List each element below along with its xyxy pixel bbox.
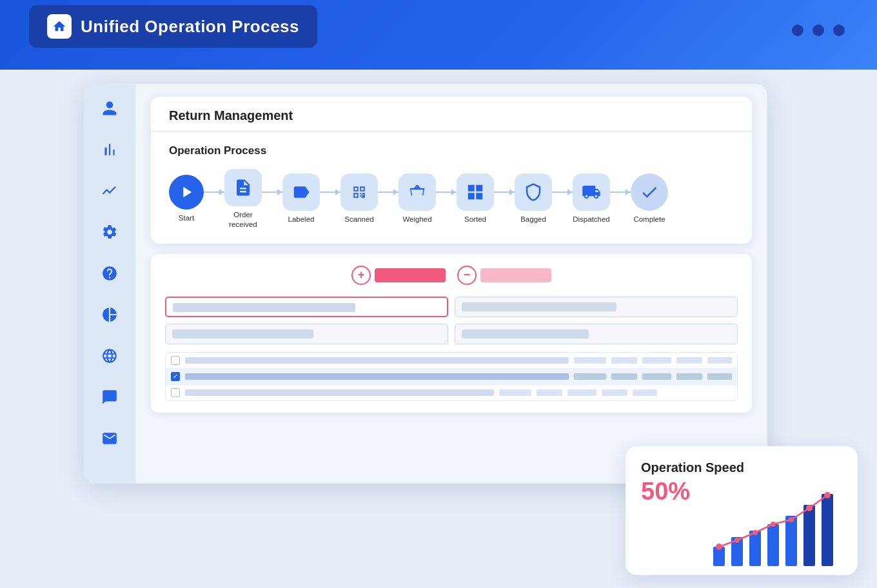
operation-process-panel: Operation Process Start xyxy=(151,132,752,244)
sidebar xyxy=(84,84,135,484)
arrow-5 xyxy=(436,191,457,193)
svg-point-13 xyxy=(824,492,831,498)
flow-step-complete: Complete xyxy=(631,173,668,224)
table-checkbox-2[interactable] xyxy=(171,372,180,381)
speed-card: Operation Speed 50% xyxy=(626,446,858,575)
return-management-title: Return Management xyxy=(151,97,752,132)
arrow-1 xyxy=(204,191,224,193)
start-icon xyxy=(169,175,204,210)
header-dots xyxy=(792,24,845,36)
speed-chart xyxy=(707,489,849,566)
arrow-2 xyxy=(262,191,282,193)
speed-title: Operation Speed xyxy=(641,460,842,475)
svg-point-8 xyxy=(734,538,740,543)
scanned-icon xyxy=(340,173,378,211)
svg-point-11 xyxy=(789,517,794,522)
dispatched-icon xyxy=(573,173,610,211)
remove-button[interactable]: − xyxy=(457,266,477,285)
sorted-icon xyxy=(457,173,494,211)
operation-process-title: Operation Process xyxy=(169,144,734,157)
weighed-label: Weighed xyxy=(402,215,431,224)
form-inputs xyxy=(165,297,738,344)
content-area: Return Management Operation Process Star… xyxy=(135,84,767,484)
svg-point-12 xyxy=(806,505,813,511)
sidebar-icon-globe[interactable] xyxy=(98,344,121,368)
arrow-3 xyxy=(320,191,340,193)
flow-steps: Start Orderreceived xyxy=(169,169,734,230)
form-input-1[interactable] xyxy=(165,297,448,317)
top-header: Unified Operation Process xyxy=(0,0,877,70)
bagged-label: Bagged xyxy=(520,215,546,224)
add-button[interactable]: + xyxy=(351,266,371,285)
complete-label: Complete xyxy=(633,215,665,224)
table-checkbox-1[interactable] xyxy=(171,356,180,365)
remove-button-group: − xyxy=(457,266,551,285)
svg-rect-6 xyxy=(822,494,833,566)
remove-bar xyxy=(480,268,551,282)
labeled-label: Labeled xyxy=(288,215,315,224)
form-table xyxy=(165,352,738,401)
svg-point-10 xyxy=(771,522,776,527)
sidebar-icon-reports[interactable] xyxy=(98,303,121,326)
complete-icon xyxy=(631,173,668,211)
scanned-label: Scanned xyxy=(344,215,373,224)
svg-rect-5 xyxy=(803,505,815,566)
flow-step-dispatched: Dispatched xyxy=(573,173,610,224)
sorted-label: Sorted xyxy=(464,215,486,224)
svg-rect-3 xyxy=(767,524,779,566)
flow-step-sorted: Sorted xyxy=(457,173,494,224)
svg-rect-2 xyxy=(749,531,761,566)
start-label: Start xyxy=(179,213,194,223)
sidebar-icon-chat[interactable] xyxy=(98,386,121,409)
sidebar-icon-analytics[interactable] xyxy=(98,138,121,161)
table-checkbox-3[interactable] xyxy=(171,388,180,397)
order-received-icon xyxy=(224,169,262,206)
arrow-6 xyxy=(494,191,515,193)
bagged-icon xyxy=(515,173,552,211)
weighed-icon xyxy=(399,173,436,211)
table-row[interactable] xyxy=(166,353,737,369)
add-bar xyxy=(375,268,446,282)
form-input-4[interactable] xyxy=(455,324,738,344)
arrow-8 xyxy=(610,191,631,193)
return-management-panel: Return Management Operation Process Star… xyxy=(151,97,752,244)
order-received-label: Orderreceived xyxy=(229,210,257,230)
sidebar-icon-trends[interactable] xyxy=(98,179,121,202)
sidebar-icon-user[interactable] xyxy=(98,97,121,120)
table-row-3[interactable] xyxy=(166,385,737,400)
dispatched-label: Dispatched xyxy=(573,215,610,224)
svg-point-9 xyxy=(753,530,758,535)
header-dot-3 xyxy=(833,24,845,36)
flow-step-start: Start xyxy=(169,175,204,223)
form-controls: + − xyxy=(165,266,738,285)
add-button-group: + xyxy=(351,266,446,285)
labeled-icon xyxy=(282,173,320,211)
form-input-3[interactable] xyxy=(165,324,448,344)
header-dot-1 xyxy=(792,24,803,36)
flow-step-weighed: Weighed xyxy=(399,173,436,224)
header-title-box: Unified Operation Process xyxy=(29,5,317,48)
arrow-7 xyxy=(552,191,573,193)
arrow-4 xyxy=(378,191,399,193)
svg-point-7 xyxy=(716,544,722,550)
svg-rect-4 xyxy=(785,516,797,566)
flow-step-scanned: Scanned xyxy=(340,173,378,224)
table-row-checked[interactable] xyxy=(166,369,737,385)
sidebar-icon-mail[interactable] xyxy=(98,427,121,450)
flow-step-bagged: Bagged xyxy=(515,173,552,224)
sidebar-icon-settings[interactable] xyxy=(98,220,121,244)
form-input-2[interactable] xyxy=(455,297,738,317)
flow-step-order-received: Orderreceived xyxy=(224,169,262,230)
flow-step-labeled: Labeled xyxy=(282,173,320,224)
header-dot-2 xyxy=(813,24,824,36)
main-window: Return Management Operation Process Star… xyxy=(84,84,767,484)
app-title: Unified Operation Process xyxy=(81,17,299,37)
sidebar-icon-help[interactable] xyxy=(98,262,121,285)
form-panel: + − xyxy=(151,254,752,413)
home-icon xyxy=(47,14,72,39)
